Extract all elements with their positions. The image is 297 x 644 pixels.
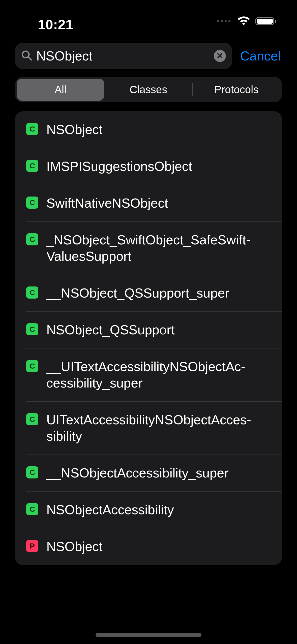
class-badge-icon: C bbox=[26, 233, 38, 245]
result-name: __NSObject_QSSupport_super bbox=[46, 285, 271, 301]
results-list: CNSObjectCIMSPISuggestionsObjectCSwiftNa… bbox=[15, 111, 282, 565]
segment-protocols[interactable]: Protocols bbox=[193, 79, 280, 101]
segment-classes[interactable]: Classes bbox=[104, 79, 192, 101]
class-badge-icon: C bbox=[26, 160, 38, 172]
filter-segmented-control: All Classes Protocols bbox=[15, 77, 282, 102]
class-badge-icon: C bbox=[26, 360, 38, 372]
result-name: __NSObjectAccessibility_super bbox=[46, 465, 271, 481]
status-time: 10:21 bbox=[38, 17, 73, 32]
segment-all[interactable]: All bbox=[17, 79, 104, 101]
search-input[interactable] bbox=[32, 48, 214, 63]
result-row[interactable]: CSwiftNativeNSObject bbox=[26, 185, 282, 222]
search-row: Cancel bbox=[0, 43, 297, 69]
result-name: UITextAccessibilityNSObjectAcces­sibilit… bbox=[46, 412, 271, 444]
result-row[interactable]: CIMSPISuggestionsObject bbox=[26, 148, 282, 185]
svg-rect-1 bbox=[257, 19, 273, 24]
status-bar: 10:21 bbox=[0, 0, 297, 40]
close-icon bbox=[217, 53, 223, 59]
battery-icon bbox=[255, 16, 277, 26]
class-badge-icon: C bbox=[26, 123, 38, 135]
result-name: NSObject bbox=[46, 121, 271, 138]
result-row[interactable]: CNSObject bbox=[26, 111, 282, 148]
result-row[interactable]: CUITextAccessibilityNSObjectAcces­sibili… bbox=[26, 402, 282, 455]
result-name: NSObject_QSSupport bbox=[46, 322, 271, 338]
status-icons bbox=[217, 16, 277, 26]
wifi-icon bbox=[237, 16, 251, 26]
search-icon bbox=[21, 50, 32, 62]
result-row[interactable]: PNSObject bbox=[26, 528, 282, 565]
result-name: NSObjectAccessibility bbox=[46, 502, 271, 518]
result-row[interactable]: CNSObjectAccessibility bbox=[26, 492, 282, 528]
result-row[interactable]: C__UITextAccessibilityNSObjectAc­cessibi… bbox=[26, 348, 282, 402]
result-row[interactable]: CNSObject_QSSupport bbox=[26, 312, 282, 348]
result-name: SwiftNativeNSObject bbox=[46, 195, 271, 211]
cancel-button[interactable]: Cancel bbox=[240, 48, 282, 63]
result-name: _NSObject_SwiftObject_SafeSwift­ValuesSu… bbox=[46, 232, 271, 265]
search-field[interactable] bbox=[15, 43, 232, 69]
class-badge-icon: C bbox=[26, 466, 38, 478]
result-name: IMSPISuggestionsObject bbox=[46, 158, 271, 175]
result-name: __UITextAccessibilityNSObjectAc­cessibil… bbox=[46, 359, 271, 391]
class-badge-icon: C bbox=[26, 503, 38, 515]
class-badge-icon: C bbox=[26, 286, 38, 299]
result-row[interactable]: C__NSObject_QSSupport_super bbox=[26, 275, 282, 312]
svg-rect-2 bbox=[275, 20, 276, 23]
class-badge-icon: C bbox=[26, 413, 38, 425]
svg-line-4 bbox=[28, 57, 31, 60]
home-indicator bbox=[96, 633, 201, 637]
class-badge-icon: C bbox=[26, 323, 38, 335]
protocol-badge-icon: P bbox=[26, 540, 38, 552]
result-row[interactable]: C__NSObjectAccessibility_super bbox=[26, 455, 282, 492]
class-badge-icon: C bbox=[26, 197, 38, 209]
result-name: NSObject bbox=[46, 538, 271, 555]
clear-search-button[interactable] bbox=[214, 50, 226, 62]
cellular-dots-icon bbox=[217, 20, 230, 22]
result-row[interactable]: C_NSObject_SwiftObject_SafeSwift­ValuesS… bbox=[26, 222, 282, 275]
